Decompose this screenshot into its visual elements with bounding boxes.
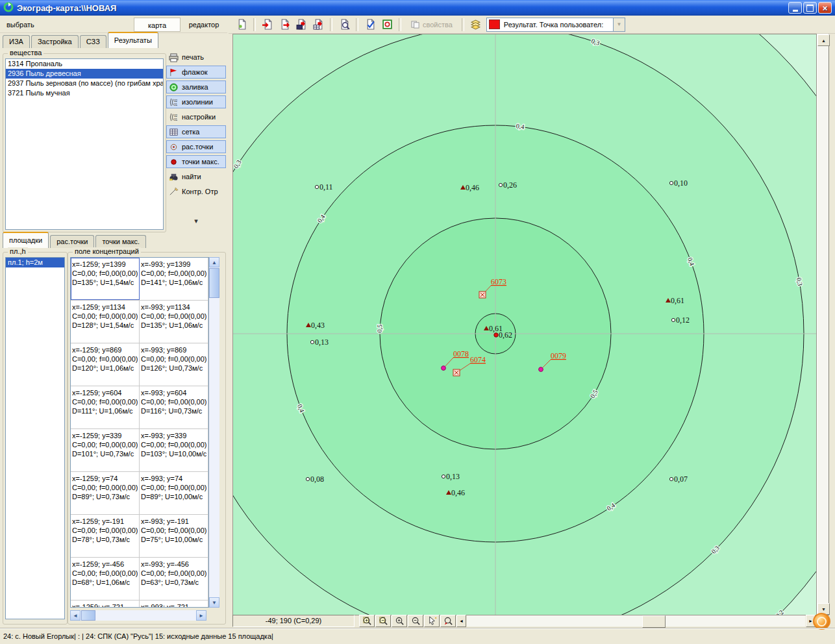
point-value-label: 0,07 bbox=[674, 475, 688, 484]
calc-point-marker bbox=[499, 183, 502, 186]
select-menu[interactable]: выбрать bbox=[0, 21, 41, 29]
map-hscrollbar[interactable] bbox=[467, 615, 805, 626]
conc-cell[interactable]: x=-1259; y=1399C=0,00; f=0,00(0,00)D=135… bbox=[71, 258, 140, 300]
conc-cell[interactable]: x=-1259; y=1134C=0,00; f=0,00(0,00)D=128… bbox=[71, 301, 140, 343]
tool-button-найти[interactable]: найти bbox=[166, 170, 226, 183]
scroll-down-icon[interactable]: ▼ bbox=[209, 597, 219, 608]
tool-button-флажок[interactable]: флажок bbox=[166, 66, 226, 79]
page-export-button[interactable] bbox=[277, 18, 292, 32]
point-value-label: 0,11 bbox=[319, 182, 333, 192]
conc-hscroll-thumb[interactable] bbox=[81, 610, 95, 621]
tool-button-заливка[interactable]: заливка bbox=[166, 80, 226, 93]
map-viewport[interactable]: 0,30,40,40,30,40,30,50,40,50,40,30,20,11… bbox=[232, 34, 817, 615]
substance-item[interactable]: 2937 Пыль зерновая (по массе) (по грибам… bbox=[6, 79, 163, 88]
tool-button-печать[interactable]: печать bbox=[166, 51, 226, 64]
isolines-icon: 0201 bbox=[169, 112, 179, 122]
menu-row: выбрать картаредактор bbox=[0, 17, 227, 33]
conc-cell[interactable]: x=-993; y=869C=0,00; f=0,00(0,00)D=126°;… bbox=[140, 343, 208, 386]
tool-button-изолинии[interactable]: 0201изолинии bbox=[166, 95, 226, 108]
menu-tab-карта[interactable]: карта bbox=[134, 18, 181, 32]
substance-item[interactable]: 2936 Пыль древесная bbox=[6, 69, 163, 79]
table-row: x=-1259; y=-721C=0,00; f=0,00(0,00)x=-99… bbox=[71, 601, 208, 608]
zoom-in-button[interactable] bbox=[392, 615, 407, 627]
point-value-label: 0,13 bbox=[315, 338, 329, 347]
tab-Результаты[interactable]: Результаты bbox=[108, 32, 158, 48]
conc-table[interactable]: x=-1259; y=1399C=0,00; f=0,00(0,00)D=135… bbox=[70, 257, 209, 608]
tab-Застройка[interactable]: Застройка bbox=[31, 35, 79, 48]
zoom-select-button[interactable] bbox=[424, 615, 440, 627]
conc-cell[interactable]: x=-993; y=339C=0,00; f=0,00(0,00)D=103°;… bbox=[140, 429, 208, 471]
flag-icon bbox=[169, 68, 179, 77]
conc-cell[interactable]: x=-1259; y=339C=0,00; f=0,00(0,00)D=101°… bbox=[71, 429, 140, 471]
page-check-button[interactable] bbox=[362, 18, 378, 32]
substance-item[interactable]: 1314 Пропаналь bbox=[6, 59, 163, 69]
map-vscrollbar[interactable]: ▲ ▼ bbox=[817, 34, 829, 615]
menu-tab-редактор[interactable]: редактор bbox=[181, 18, 227, 32]
conc-cell[interactable]: x=-993; y=-721C=0,00; f=0,00(0,00) bbox=[140, 601, 208, 608]
maximize-button[interactable] bbox=[803, 2, 817, 14]
zoom-fitout-button[interactable] bbox=[375, 615, 391, 627]
plh-item[interactable]: пл.1; h=2м bbox=[6, 258, 64, 267]
status-text: 24: с. Новый Егорлык| : | 24: СПК (СА) "… bbox=[3, 632, 273, 640]
user-point-marker bbox=[442, 366, 446, 371]
calc-point-marker bbox=[310, 340, 314, 343]
scroll-left-icon[interactable]: ◄ bbox=[70, 610, 81, 621]
title-bar: Экограф-карта:\\НОВАЯ × bbox=[0, 0, 835, 16]
max-point-marker bbox=[494, 333, 498, 337]
substance-item[interactable]: 3721 Пыль мучная bbox=[6, 88, 163, 98]
conc-cell[interactable]: x=-993; y=74C=0,00; f=0,00(0,00)D=89°; U… bbox=[140, 472, 208, 514]
conc-cell[interactable]: x=-993; y=-191C=0,00; f=0,00(0,00)D=75°;… bbox=[140, 515, 208, 557]
conc-cell[interactable]: x=-1259; y=-721C=0,00; f=0,00(0,00) bbox=[71, 601, 140, 608]
tool-button-Контр. Отр[interactable]: Контр. Отр bbox=[166, 185, 226, 198]
table-row: x=-1259; y=1399C=0,00; f=0,00(0,00)D=135… bbox=[71, 258, 208, 301]
tab-точки макс.[interactable]: точки макс. bbox=[95, 235, 146, 248]
scroll-up-icon[interactable]: ▲ bbox=[209, 257, 219, 267]
conc-vscrollbar[interactable]: ▲ ▼ bbox=[209, 257, 219, 608]
conc-cell[interactable]: x=-1259; y=74C=0,00; f=0,00(0,00)D=89°; … bbox=[71, 472, 140, 514]
conc-cell[interactable]: x=-1259; y=604C=0,00; f=0,00(0,00)D=111°… bbox=[71, 386, 140, 428]
tab-рас.точки[interactable]: рас.точки bbox=[50, 235, 94, 248]
layers-button[interactable] bbox=[468, 18, 484, 32]
conc-vscroll-thumb[interactable] bbox=[209, 268, 219, 298]
plh-list[interactable]: пл.1; h=2м bbox=[5, 257, 65, 619]
page-save-button[interactable] bbox=[293, 18, 309, 32]
conc-hscrollbar[interactable]: ◄ ► bbox=[70, 610, 206, 621]
conc-cell[interactable]: x=-1259; y=869C=0,00; f=0,00(0,00)D=120°… bbox=[71, 343, 140, 386]
map-toolbar: свойстваРезультат. Точка пользовател:▼ bbox=[229, 16, 835, 34]
conc-cell[interactable]: x=-993; y=604C=0,00; f=0,00(0,00)D=116°;… bbox=[140, 386, 208, 428]
page-new-icon bbox=[236, 19, 247, 30]
tool-button-точки макс.[interactable]: точки макс. bbox=[166, 155, 226, 168]
scroll-right-icon[interactable]: ► bbox=[196, 610, 206, 621]
zoom-fit-button[interactable] bbox=[359, 615, 375, 627]
result-layer-dropdown[interactable]: Результат. Точка пользовател:▼ bbox=[486, 18, 625, 32]
tool-button-настройки[interactable]: 0201настройки bbox=[166, 110, 226, 123]
tools-more-button[interactable]: ▾ bbox=[188, 217, 204, 226]
conc-cell[interactable]: x=-1259; y=-456C=0,00; f=0,00(0,00)D=68°… bbox=[71, 558, 140, 600]
map-scroll-up-icon[interactable]: ▲ bbox=[817, 34, 830, 46]
page-preview-button[interactable] bbox=[336, 18, 352, 32]
point-value-label: 0,13 bbox=[446, 472, 460, 481]
minimize-button[interactable] bbox=[788, 2, 802, 14]
close-button[interactable]: × bbox=[818, 2, 832, 14]
conc-cell[interactable]: x=-993; y=1399C=0,00; f=0,00(0,00)D=141°… bbox=[140, 258, 208, 300]
page-new-button[interactable] bbox=[234, 18, 249, 32]
substances-list[interactable]: 1314 Пропаналь2936 Пыль древесная2937 Пы… bbox=[5, 58, 164, 230]
page-import-button[interactable] bbox=[260, 18, 275, 32]
conc-cell[interactable]: x=-993; y=1134C=0,00; f=0,00(0,00)D=135°… bbox=[140, 301, 208, 343]
tab-СЗЗ[interactable]: СЗЗ bbox=[80, 35, 106, 48]
tab-площадки[interactable]: площадки bbox=[3, 232, 49, 248]
page-grid-button[interactable] bbox=[310, 18, 326, 32]
map-hscroll-thumb[interactable] bbox=[642, 615, 666, 628]
frame-target-button[interactable] bbox=[379, 18, 395, 32]
conc-cell[interactable]: x=-993; y=-456C=0,00; f=0,00(0,00)D=63°;… bbox=[140, 558, 208, 600]
calc-point-marker bbox=[669, 477, 673, 480]
chevron-down-icon[interactable]: ▼ bbox=[613, 18, 625, 31]
overview-button[interactable] bbox=[813, 613, 830, 630]
tool-button-сетка[interactable]: сетка bbox=[166, 125, 226, 138]
conc-cell[interactable]: x=-1259; y=-191C=0,00; f=0,00(0,00)D=78°… bbox=[71, 515, 140, 557]
tool-button-рас.точки[interactable]: рас.точки bbox=[166, 140, 226, 153]
zoom-pan-button[interactable] bbox=[440, 615, 456, 627]
zoom-out-button[interactable] bbox=[408, 615, 423, 627]
tab-ИЗА[interactable]: ИЗА bbox=[3, 35, 30, 48]
map-hscroll-left-icon[interactable]: ◄ bbox=[456, 615, 466, 627]
